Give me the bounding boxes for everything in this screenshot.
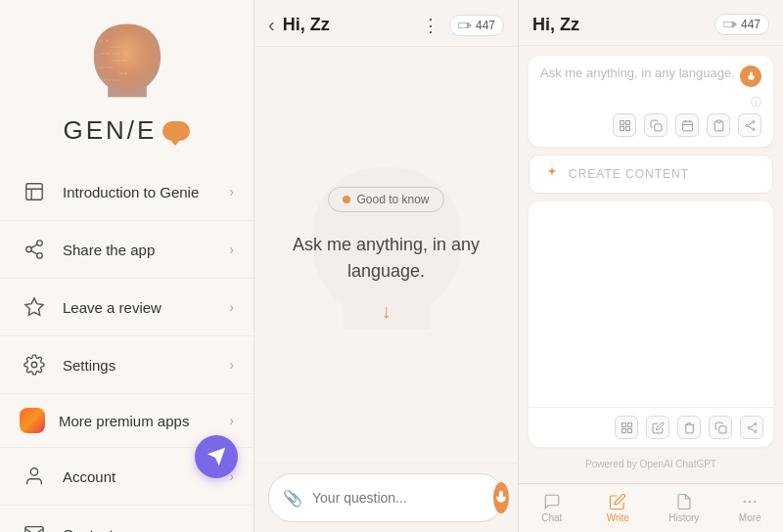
write-nav-icon — [609, 493, 626, 510]
action-btn-2[interactable] — [644, 113, 668, 137]
svg-rect-23 — [620, 120, 623, 124]
right-chat-title: Hi, Zz — [532, 15, 714, 35]
calendar-icon — [681, 119, 694, 132]
settings-icon — [20, 350, 49, 379]
right-nav-more[interactable]: More — [717, 484, 784, 532]
right-nav-history-label: History — [668, 512, 699, 523]
sidebar-item-intro[interactable]: Introduction to Genie › — [0, 163, 253, 221]
more-nav-icon — [741, 493, 759, 510]
share-small-icon — [744, 119, 757, 132]
svg-text:THINK: THINK — [118, 71, 128, 75]
share-label: Share the app — [63, 242, 229, 258]
share-icon — [20, 235, 49, 264]
input-card-top: Ask me anything, in any language. — [540, 66, 761, 87]
action-btn-1[interactable] — [613, 113, 636, 137]
right-chat-body: Ask me anything, in any language. ⓘ — [519, 46, 783, 483]
action-btn-4[interactable] — [707, 113, 730, 137]
svg-text:LEARN DATA: LEARN DATA — [101, 52, 119, 56]
svg-point-12 — [31, 362, 37, 368]
sidebar-item-share[interactable]: Share the app › — [0, 221, 253, 279]
svg-rect-39 — [718, 425, 725, 432]
mic-small-button[interactable] — [740, 66, 761, 87]
settings-label: Settings — [63, 357, 229, 374]
brain-watermark-icon — [289, 157, 484, 353]
sidebar-item-contact[interactable]: Contact us › — [0, 506, 253, 532]
app-logo: GEN/E — [64, 115, 191, 146]
sidebar-item-review[interactable]: Leave a review › — [0, 279, 253, 336]
input-card: Ask me anything, in any language. ⓘ — [529, 56, 773, 147]
share-icon — [746, 421, 759, 434]
input-action-buttons — [540, 113, 761, 137]
chevron-right-icon: › — [229, 526, 234, 532]
mic-icon — [493, 490, 509, 506]
battery-icon — [458, 21, 472, 30]
middle-chat-title: Hi, Zz — [283, 15, 422, 35]
svg-line-33 — [748, 126, 752, 128]
back-button[interactable]: ‹ — [268, 14, 275, 36]
output-card — [529, 201, 773, 447]
svg-point-30 — [752, 120, 754, 122]
input-card-placeholder[interactable]: Ask me anything, in any language. — [540, 66, 740, 80]
svg-rect-36 — [627, 422, 631, 426]
svg-line-44 — [750, 424, 754, 426]
svg-marker-11 — [25, 298, 43, 315]
chat-bubble-logo-icon — [162, 121, 190, 141]
action-btn-3[interactable] — [675, 113, 699, 137]
output-action-buttons — [529, 407, 773, 447]
svg-point-40 — [754, 422, 756, 424]
header-actions: ⋮ 447 — [422, 15, 504, 36]
token-count: 447 — [476, 19, 495, 32]
output-action-btn-2[interactable] — [646, 416, 669, 439]
sidebar-item-settings[interactable]: Settings › — [0, 336, 253, 394]
svg-rect-28 — [682, 121, 692, 131]
svg-rect-38 — [627, 428, 631, 432]
right-nav-history[interactable]: History — [651, 484, 717, 532]
right-nav-chat[interactable]: Chat — [519, 484, 585, 532]
right-token-count: 447 — [741, 18, 760, 31]
svg-rect-29 — [716, 120, 720, 122]
right-bottom-navigation: Chat Write History More — [519, 483, 783, 532]
attach-icon[interactable]: 📎 — [283, 489, 302, 508]
input-info-icon: ⓘ — [540, 95, 761, 110]
chevron-right-icon: › — [229, 242, 234, 257]
token-counter-badge: 447 — [449, 15, 504, 36]
svg-point-47 — [754, 501, 756, 503]
create-content-label: CREATE CONTENT — [569, 167, 689, 181]
chat-input-container: 📎 — [268, 473, 504, 522]
svg-point-45 — [744, 501, 746, 503]
right-chat-header: Hi, Zz 447 — [519, 0, 783, 46]
svg-rect-22 — [724, 22, 732, 27]
grid-icon — [619, 119, 631, 132]
middle-chat-header: ‹ Hi, Zz ⋮ 447 — [254, 0, 518, 47]
brain-logo-icon: AI ML GPT NLP LEARN DATA NEURAL NET CODE… — [83, 20, 171, 108]
more-options-button[interactable]: ⋮ — [422, 15, 439, 36]
svg-text:MODEL TRAIN: MODEL TRAIN — [102, 79, 119, 82]
output-action-btn-5[interactable] — [740, 416, 763, 439]
svg-point-13 — [30, 468, 37, 475]
output-action-btn-1[interactable] — [615, 416, 638, 439]
chat-input-field[interactable] — [312, 490, 484, 506]
contact-label: Contact us — [63, 526, 229, 533]
svg-rect-27 — [654, 123, 661, 130]
sidebar-header: AI ML GPT NLP LEARN DATA NEURAL NET CODE… — [0, 0, 253, 163]
mic-button[interactable] — [493, 482, 509, 513]
svg-rect-18 — [470, 23, 472, 26]
svg-rect-25 — [620, 126, 623, 130]
output-action-btn-4[interactable] — [709, 416, 732, 439]
copy-icon — [714, 421, 727, 434]
action-btn-5[interactable] — [738, 113, 761, 137]
right-header-actions: 447 — [714, 14, 769, 35]
chevron-right-icon: › — [229, 299, 234, 315]
output-content-area — [529, 201, 773, 407]
svg-rect-7 — [26, 184, 43, 200]
svg-text:CODE ALGO: CODE ALGO — [99, 66, 114, 69]
create-content-bar[interactable]: CREATE CONTENT — [529, 155, 773, 194]
svg-point-9 — [26, 246, 32, 252]
grid-icon — [621, 421, 633, 434]
compose-fab-button[interactable] — [195, 435, 238, 478]
trash-icon — [683, 421, 696, 434]
output-action-btn-3[interactable] — [677, 416, 701, 439]
right-nav-write-label: Write — [607, 512, 629, 523]
star-icon — [20, 292, 49, 322]
right-nav-write[interactable]: Write — [585, 484, 652, 532]
